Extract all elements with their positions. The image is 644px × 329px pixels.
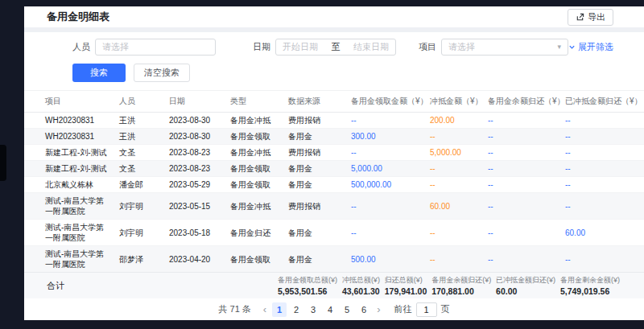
summary-item-value: 170,881.00	[431, 286, 491, 296]
cell-amount: --	[345, 193, 423, 220]
cell-person: 刘宇明	[113, 193, 163, 220]
cell-date: 2023-05-15	[163, 193, 224, 220]
project-filter: 项目 请选择 ▾	[419, 39, 568, 56]
cell-type: 备用金领取	[224, 161, 282, 177]
summary-item: 备用金剩余金额(¥)5,749,019.56	[560, 275, 620, 296]
column-header: 人员	[113, 91, 163, 113]
summary-item-value: 60.00	[496, 286, 555, 296]
expand-filter-label: 展开筛选	[578, 41, 613, 53]
cell-amount: --	[423, 161, 481, 177]
summary-item-value: 179,941.00	[385, 286, 427, 296]
summary-item-label: 备用金剩余金额(¥)	[560, 275, 620, 286]
date-range-input[interactable]: 开始日期 至 结束日期	[275, 39, 396, 56]
cell-person: 文圣	[113, 161, 163, 177]
summary-item-label: 备用金余额归还(¥)	[431, 275, 491, 286]
data-table: 项目人员日期类型数据来源备用金领取金额（¥）冲抵金额（¥）备用金余额归还（¥）已…	[24, 91, 644, 272]
cell-type: 备用金冲抵	[224, 193, 282, 220]
search-button[interactable]: 搜索	[72, 64, 126, 82]
cell-type: 备用金冲抵	[224, 145, 282, 161]
table-row: WH20230831王洪2023-08-30备用金领取备用金300.00----…	[24, 129, 644, 145]
cell-amount: --	[559, 193, 644, 220]
date-end-placeholder: 结束日期	[353, 41, 389, 53]
cell-project: WH20230831	[24, 129, 113, 145]
project-select[interactable]: 请选择 ▾	[441, 39, 568, 56]
cell-source: 费用报销	[282, 113, 345, 129]
cell-amount: 200.00	[423, 113, 481, 129]
action-bar: 搜索 清空搜索	[24, 56, 644, 91]
table-body: WH20230831王洪2023-08-30备用金冲抵费用报销--200.00-…	[24, 113, 644, 273]
cell-person: 刘宇明	[113, 220, 163, 246]
cell-person: 王洪	[113, 129, 163, 145]
page-button[interactable]: 3	[306, 302, 320, 317]
summary-item: 备用金余额归还(¥)170,881.00	[431, 275, 491, 296]
cell-amount: --	[423, 177, 481, 193]
cell-type: 备用金冲抵	[224, 113, 282, 129]
cell-date: 2023-08-30	[163, 129, 224, 145]
page-button[interactable]: 4	[323, 302, 337, 317]
goto-suffix: 页	[441, 303, 450, 315]
cell-amount: --	[481, 246, 559, 273]
cell-type: 备用金领取	[224, 129, 282, 145]
cell-amount: --	[423, 129, 481, 145]
summary-item-label: 归还总额(¥)	[385, 275, 427, 286]
column-header: 备用金余额归还（¥）	[481, 91, 559, 113]
cell-person: 潘金郎	[113, 177, 163, 193]
goto-page-input[interactable]	[416, 302, 437, 317]
cell-amount: 500,000.00	[345, 177, 423, 193]
cell-amount: 60.00	[423, 193, 481, 220]
prev-page-button[interactable]: ‹	[262, 304, 268, 315]
cell-amount: --	[423, 246, 481, 273]
table-row: WH20230831王洪2023-08-30备用金冲抵费用报销--200.00-…	[24, 113, 644, 129]
cell-source: 费用报销	[282, 145, 345, 161]
cell-amount: --	[559, 177, 644, 193]
summary-item-label: 已冲抵金额归还(¥)	[496, 275, 555, 286]
cell-amount: --	[481, 177, 559, 193]
main-card: 人员 请选择 日期 开始日期 至 结束日期 项目 请选择 ▾	[24, 32, 644, 320]
cell-amount: --	[345, 220, 423, 246]
column-header: 类型	[224, 91, 282, 113]
person-filter-label: 人员	[72, 41, 90, 53]
clear-search-button[interactable]: 清空搜索	[134, 64, 190, 82]
person-filter: 人员 请选择	[72, 39, 216, 56]
cell-amount: --	[481, 113, 559, 129]
goto-page: 前往 页	[394, 302, 450, 317]
chevron-down-icon: ▾	[557, 43, 561, 51]
project-select-placeholder: 请选择	[448, 41, 475, 53]
summary-label: 合计	[47, 280, 278, 292]
table-row: 新建工程-刘-测试文圣2023-08-23备用金领取备用金5,000.00---…	[24, 161, 644, 177]
title-bar: 备用金明细表 导出	[24, 6, 644, 27]
cell-date: 2023-05-18	[163, 220, 224, 246]
summary-item-label: 备用金领取总额(¥)	[278, 275, 337, 286]
export-button-label: 导出	[588, 11, 605, 23]
table-header-row: 项目人员日期类型数据来源备用金领取金额（¥）冲抵金额（¥）备用金余额归还（¥）已…	[24, 91, 644, 113]
summary-item: 冲抵总额(¥)43,601.30	[342, 275, 380, 296]
summary-item-value: 43,601.30	[342, 286, 380, 296]
person-select-placeholder: 请选择	[102, 41, 129, 53]
cell-person: 王洪	[113, 113, 163, 129]
date-start-placeholder: 开始日期	[283, 41, 318, 53]
table-row: 北京戴义栋林潘金郎2023-05-29备用金领取备用金500,000.00---…	[24, 177, 644, 193]
expand-filter-button[interactable]: 展开筛选	[568, 41, 613, 53]
export-button[interactable]: 导出	[568, 9, 613, 26]
export-icon	[576, 13, 584, 22]
cell-amount: --	[481, 129, 559, 145]
person-select[interactable]: 请选择	[95, 39, 216, 56]
cell-project: WH20230831	[24, 113, 113, 129]
page-button[interactable]: 1	[272, 302, 287, 317]
cell-amount: 300.00	[345, 129, 423, 145]
cell-amount: --	[559, 246, 644, 273]
cell-amount: --	[481, 161, 559, 177]
page-button[interactable]: 6	[357, 302, 371, 317]
cell-amount: --	[345, 145, 423, 161]
collapsed-drawer-handle[interactable]	[0, 145, 6, 181]
filter-bar: 人员 请选择 日期 开始日期 至 结束日期 项目 请选择 ▾	[24, 32, 644, 56]
summary-item: 备用金领取总额(¥)5,953,501.56	[278, 275, 337, 296]
summary-items: 备用金领取总额(¥)5,953,501.56冲抵总额(¥)43,601.30归还…	[278, 275, 620, 296]
cell-date: 2023-05-29	[163, 177, 224, 193]
cell-type: 备用金领取	[224, 177, 282, 193]
page-button[interactable]: 2	[289, 302, 303, 317]
next-page-button[interactable]: ›	[375, 304, 382, 315]
column-header: 备用金领取金额（¥）	[345, 91, 423, 113]
page-button[interactable]: 5	[340, 302, 354, 317]
cell-amount: --	[481, 193, 559, 220]
